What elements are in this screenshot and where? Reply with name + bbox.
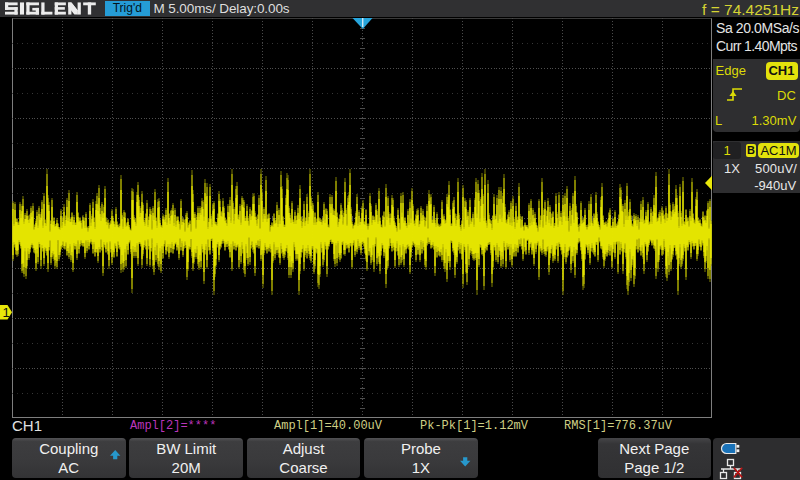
svg-text:1: 1 <box>3 305 10 320</box>
